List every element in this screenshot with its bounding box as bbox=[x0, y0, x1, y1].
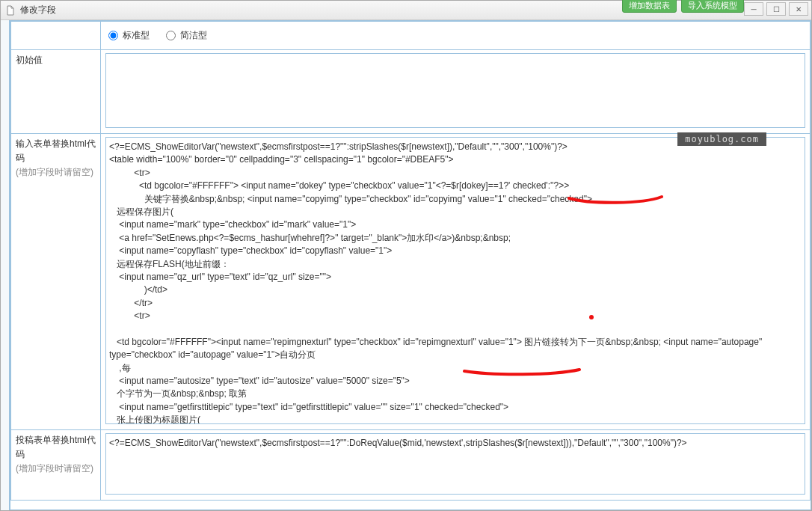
input-form-textarea[interactable] bbox=[105, 137, 805, 424]
post-form-label: 投稿表单替换html代码 bbox=[16, 435, 96, 459]
post-form-cell bbox=[101, 430, 811, 501]
window-title: 修改字段 bbox=[20, 4, 56, 16]
titlebar: 修改字段 增加数据表 导入系统模型 ─ ☐ ✕ bbox=[1, 1, 811, 20]
file-icon bbox=[5, 5, 16, 16]
radio-standard-label: 标准型 bbox=[123, 30, 150, 40]
app-window: 修改字段 增加数据表 导入系统模型 ─ ☐ ✕ bbox=[0, 0, 812, 511]
post-form-label-cell: 投稿表单替换html代码 (增加字段时请留空) bbox=[11, 430, 101, 501]
type-row-label bbox=[11, 22, 101, 50]
radio-row: 标准型 简洁型 bbox=[105, 25, 805, 46]
add-table-button[interactable]: 增加数据表 bbox=[622, 0, 677, 13]
input-form-cell bbox=[101, 134, 811, 430]
minimize-button[interactable]: ─ bbox=[744, 2, 763, 16]
initial-value-label: 初始值 bbox=[16, 55, 43, 65]
window-controls: ─ ☐ ✕ bbox=[744, 2, 808, 16]
radio-simple[interactable]: 简洁型 bbox=[166, 30, 207, 40]
initial-value-cell bbox=[101, 50, 811, 134]
initial-value-label-cell: 初始值 bbox=[11, 50, 101, 134]
maximize-button[interactable]: ☐ bbox=[766, 2, 786, 16]
type-row-cell: 标准型 简洁型 bbox=[101, 22, 811, 50]
input-form-label-cell: 输入表单替换html代码 (增加字段时请留空) bbox=[11, 134, 101, 430]
input-form-sublabel: (增加字段时请留空) bbox=[16, 167, 93, 177]
close-button[interactable]: ✕ bbox=[789, 2, 808, 16]
content-area: 标准型 简洁型 初始值 bbox=[1, 20, 811, 510]
form-table: 标准型 简洁型 初始值 bbox=[10, 21, 811, 501]
left-rail bbox=[1, 20, 10, 510]
import-model-button[interactable]: 导入系统模型 bbox=[681, 0, 744, 13]
radio-standard[interactable]: 标准型 bbox=[108, 30, 153, 40]
radio-standard-input[interactable] bbox=[108, 31, 118, 40]
input-form-label: 输入表单替换html代码 bbox=[16, 138, 96, 163]
post-form-textarea[interactable] bbox=[105, 433, 805, 495]
radio-simple-input[interactable] bbox=[166, 31, 176, 40]
form-panel: 标准型 简洁型 初始值 bbox=[10, 20, 811, 510]
top-action-buttons: 增加数据表 导入系统模型 bbox=[622, 0, 744, 13]
initial-value-textarea[interactable] bbox=[105, 53, 805, 128]
radio-simple-label: 简洁型 bbox=[180, 30, 207, 40]
post-form-sublabel: (增加字段时请留空) bbox=[16, 463, 93, 474]
